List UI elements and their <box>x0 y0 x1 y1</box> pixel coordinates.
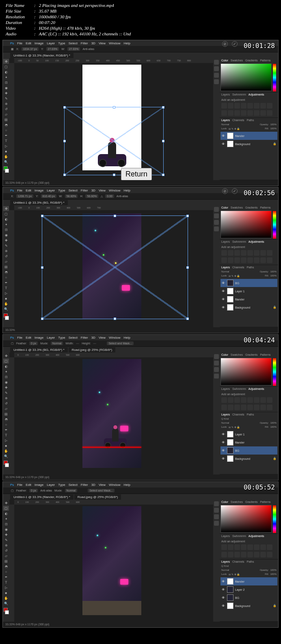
hand-tool[interactable]: ✋ <box>3 154 9 159</box>
history-brush-tool[interactable]: ↺ <box>3 107 9 111</box>
panel-icon[interactable] <box>214 79 219 84</box>
fill-input[interactable]: 100% <box>270 127 277 130</box>
tab-color[interactable]: Color <box>221 59 228 62</box>
canvas-viewport[interactable]: -1000100200300400500600700 <box>9 205 213 327</box>
transform-w[interactable]: 27.03% <box>67 47 80 51</box>
adj-hue-icon[interactable] <box>254 103 259 109</box>
transform-handle-mr[interactable] <box>162 140 164 142</box>
zoom-tool[interactable]: 🔍 <box>3 159 9 164</box>
adj-invert-icon[interactable] <box>241 110 246 116</box>
move-tool[interactable]: ✥ <box>3 59 9 64</box>
brush-tool[interactable]: ✎ <box>3 96 9 101</box>
layer-row[interactable]: 👁BG <box>220 279 277 287</box>
select-and-mask-button[interactable]: Select and Mask... <box>107 342 134 345</box>
document-tab[interactable]: Untitled-1 @ 33.3% (BG, RGB/8*) * <box>10 200 68 205</box>
tool-preset-icon[interactable]: ▦ <box>11 48 14 51</box>
adj-brightness-icon[interactable] <box>221 103 227 109</box>
adj-levels-icon[interactable] <box>228 103 233 109</box>
layer-thumbnail[interactable] <box>227 141 233 147</box>
tab-swatches[interactable]: Swatches <box>231 59 243 62</box>
commit-transform-icon[interactable]: ✓ <box>232 41 238 47</box>
free-transform-bounds[interactable] <box>64 107 164 175</box>
gradient-tool[interactable]: ▤ <box>3 117 9 122</box>
tab-paths[interactable]: Paths <box>247 119 254 122</box>
layer-row[interactable]: 👁filander <box>220 295 277 303</box>
adj-channel-mixer-icon[interactable] <box>228 110 233 116</box>
menu-filter[interactable]: Filter <box>81 41 88 45</box>
menu-3d[interactable]: 3D <box>91 41 95 45</box>
color-swatches[interactable] <box>3 166 9 173</box>
transform-handle-br[interactable] <box>162 174 164 176</box>
menu-view[interactable]: View <box>99 41 106 45</box>
menu-type[interactable]: Type <box>58 41 65 45</box>
panel-icon[interactable] <box>214 66 219 71</box>
transform-handle-tr[interactable] <box>162 106 164 109</box>
wand-tool[interactable]: ✦ <box>3 75 9 80</box>
transform-handle-ml[interactable] <box>63 140 66 142</box>
layer-row[interactable]: 👁Background🔒 <box>220 140 277 148</box>
adj-threshold-icon[interactable] <box>254 110 259 116</box>
adj-photo-filter-icon[interactable] <box>221 110 227 116</box>
transform-handle-tm[interactable] <box>113 106 115 109</box>
tab-adjustments[interactable]: Adjustments <box>249 93 264 96</box>
tab-layers[interactable]: Layers <box>221 119 230 122</box>
cancel-transform-icon[interactable]: ⊘ <box>222 41 228 47</box>
free-transform-bounds[interactable] <box>42 215 188 319</box>
transform-handle-bm[interactable] <box>113 174 115 176</box>
menu-layer[interactable]: Layer <box>47 41 55 45</box>
blur-tool[interactable]: ◓ <box>3 122 9 127</box>
hue-slider[interactable] <box>273 64 276 91</box>
adj-posterize-icon[interactable] <box>247 110 253 116</box>
eyedropper-tool[interactable]: ◉ <box>3 85 9 90</box>
menu-file[interactable]: File <box>17 41 22 45</box>
adj-exposure-icon[interactable] <box>241 103 246 109</box>
eraser-tool[interactable]: ▱ <box>3 112 9 117</box>
menu-window[interactable]: Window <box>109 41 120 45</box>
marquee-tool[interactable]: ▢ <box>3 64 9 69</box>
transform-x[interactable]: 1034.37 px <box>22 47 39 51</box>
lock-icons[interactable]: ⊞ ✎ ✥ 🔒 <box>229 127 240 130</box>
tab-patterns[interactable]: Patterns <box>260 59 270 62</box>
canvas-viewport[interactable]: -100050100150200250300350400450500550600… <box>9 58 213 180</box>
select-and-mask-button[interactable]: Select and Mask... <box>88 489 115 492</box>
commit-transform-icon[interactable]: ✓ <box>232 188 238 194</box>
adj-vibrance-icon[interactable] <box>247 103 253 109</box>
adj-lut-icon[interactable] <box>234 110 240 116</box>
visibility-toggle-icon[interactable]: 👁 <box>221 142 225 146</box>
tab-gradients[interactable]: Gradients <box>245 59 257 62</box>
menu-select[interactable]: Select <box>69 41 78 45</box>
adj-gradmap-icon[interactable] <box>260 110 266 116</box>
visibility-toggle-icon[interactable]: 👁 <box>221 134 225 138</box>
transform-handle-tl[interactable] <box>63 106 66 109</box>
layer-name[interactable]: filander <box>235 135 244 137</box>
transform-handle-bl[interactable] <box>63 174 66 176</box>
cancel-transform-icon[interactable]: ⊘ <box>222 188 228 194</box>
menu-edit[interactable]: Edit <box>26 41 31 45</box>
adj-curves-icon[interactable] <box>234 103 240 109</box>
layer-row[interactable]: 👁Layer 1 <box>220 287 277 295</box>
type-tool[interactable]: T <box>3 138 9 143</box>
antialias-checkbox[interactable]: Anti-alias <box>82 48 94 50</box>
dodge-tool[interactable]: ○ <box>3 128 9 133</box>
crop-tool[interactable]: ⊡ <box>3 80 9 85</box>
transform-y[interactable]: 27.03% <box>46 47 59 51</box>
layer-row[interactable]: 👁Background🔒 <box>220 303 277 311</box>
menu-image[interactable]: Image <box>35 41 43 45</box>
layer-row[interactable]: 👁filander <box>220 132 277 140</box>
pen-tool[interactable]: ✒ <box>3 133 9 138</box>
panel-icon[interactable] <box>214 73 219 78</box>
path-tool[interactable]: ▷ <box>3 144 9 148</box>
menu-help[interactable]: Help <box>124 41 130 45</box>
panel-icon[interactable] <box>214 60 219 65</box>
shape-tool[interactable]: ■ <box>3 149 9 154</box>
lasso-tool[interactable]: ◐ <box>3 70 9 74</box>
color-field[interactable] <box>220 63 272 91</box>
layer-thumbnail[interactable] <box>227 133 233 139</box>
adj-selective-icon[interactable] <box>267 110 272 116</box>
stamp-tool[interactable]: ⊕ <box>3 101 9 106</box>
adj-bw-icon[interactable] <box>267 103 272 109</box>
adj-colorbalance-icon[interactable] <box>260 103 266 109</box>
document-canvas[interactable] <box>82 359 141 468</box>
opacity-input[interactable]: 100% <box>270 123 277 126</box>
document-tab[interactable]: Untitled-1 @ 33.3% (filander, RGB/8*) * <box>10 53 73 58</box>
